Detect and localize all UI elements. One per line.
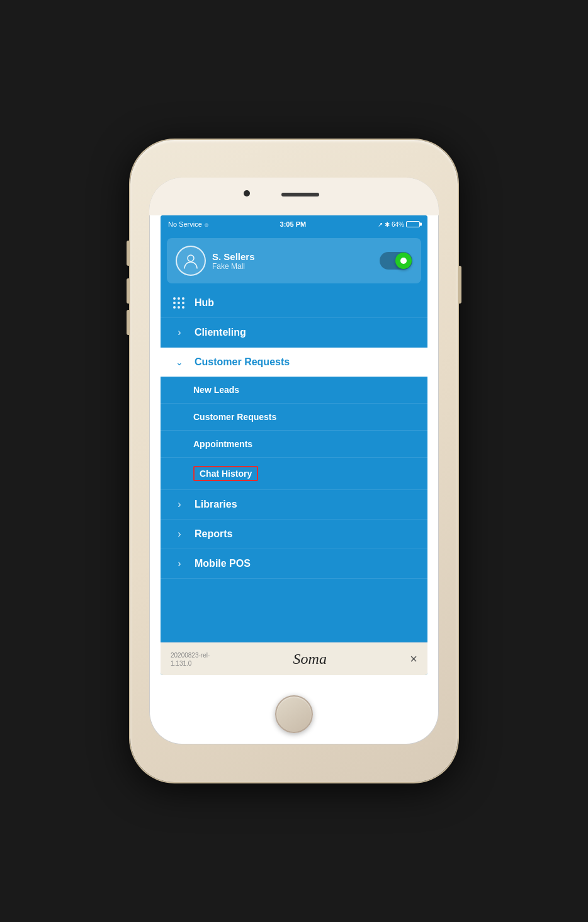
close-button[interactable]: × [410, 652, 417, 666]
nav-customer-requests-label: Customer Requests [195, 356, 290, 368]
status-bar: No Service ⌾ 3:05 PM ↗ ✱ 64% [161, 215, 427, 233]
status-right: ↗ ✱ 64% [378, 221, 420, 228]
nav-item-customer-requests[interactable]: ⌄ Customer Requests [161, 348, 427, 377]
nav-menu: Hub › Clienteling ⌄ Customer Requests Ne… [161, 288, 427, 579]
profile-name: S. Sellers [212, 251, 255, 262]
chevron-right-reports-icon: › [173, 528, 186, 540]
nav-libraries-label: Libraries [195, 499, 237, 510]
wifi-icon: ⌾ [205, 221, 208, 228]
phone-body: No Service ⌾ 3:05 PM ↗ ✱ 64% [149, 178, 439, 744]
avatar-icon [182, 252, 200, 270]
profile-info: S. Sellers Fake Mall [212, 251, 255, 271]
sub-menu-customer-requests: New Leads Customer Requests Appointments… [161, 377, 427, 490]
phone-frame: No Service ⌾ 3:05 PM ↗ ✱ 64% [130, 140, 458, 782]
battery-icon [406, 221, 420, 227]
chevron-right-icon: › [173, 327, 186, 338]
sub-item-appointments[interactable]: Appointments [161, 431, 427, 458]
carrier-label: No Service [168, 220, 202, 228]
status-toggle[interactable] [380, 252, 412, 270]
battery-percent: 64% [392, 221, 404, 228]
speaker [281, 193, 319, 196]
bluetooth-icon: ✱ [385, 221, 390, 228]
svg-point-0 [188, 255, 194, 261]
status-left: No Service ⌾ [168, 220, 208, 228]
nav-item-reports[interactable]: › Reports [161, 520, 427, 549]
nav-hub-label: Hub [195, 297, 214, 309]
profile-card: S. Sellers Fake Mall [167, 238, 421, 283]
nav-mobile-pos-label: Mobile POS [195, 558, 251, 569]
nav-reports-label: Reports [195, 528, 232, 540]
nav-item-clienteling[interactable]: › Clienteling [161, 318, 427, 348]
toggle-knob [395, 253, 412, 269]
nav-item-mobile-pos[interactable]: › Mobile POS [161, 549, 427, 579]
time-label: 3:05 PM [280, 220, 307, 228]
sub-item-new-leads[interactable]: New Leads [161, 377, 427, 404]
version-text: 20200823-rel-1.131.0 [171, 651, 210, 668]
sub-item-chat-history[interactable]: Chat History [161, 458, 427, 490]
soma-logo: Soma [293, 651, 327, 668]
profile-store: Fake Mall [212, 262, 255, 271]
sub-item-customer-requests[interactable]: Customer Requests [161, 404, 427, 431]
nav-item-libraries[interactable]: › Libraries [161, 490, 427, 520]
chevron-down-icon: ⌄ [173, 357, 186, 367]
avatar [176, 246, 206, 276]
home-button[interactable] [275, 695, 313, 733]
phone-top-bezel [149, 178, 439, 215]
dots-icon [173, 297, 186, 309]
location-icon: ↗ [378, 221, 383, 228]
screen: No Service ⌾ 3:05 PM ↗ ✱ 64% [161, 215, 427, 675]
chat-history-label: Chat History [193, 466, 258, 481]
nav-item-hub[interactable]: Hub [161, 288, 427, 318]
camera [244, 190, 250, 196]
chevron-right-libraries-icon: › [173, 499, 186, 510]
chevron-right-pos-icon: › [173, 558, 186, 569]
profile-left: S. Sellers Fake Mall [176, 246, 255, 276]
nav-clienteling-label: Clienteling [195, 327, 246, 338]
footer-bar: 20200823-rel-1.131.0 Soma × [161, 642, 427, 675]
